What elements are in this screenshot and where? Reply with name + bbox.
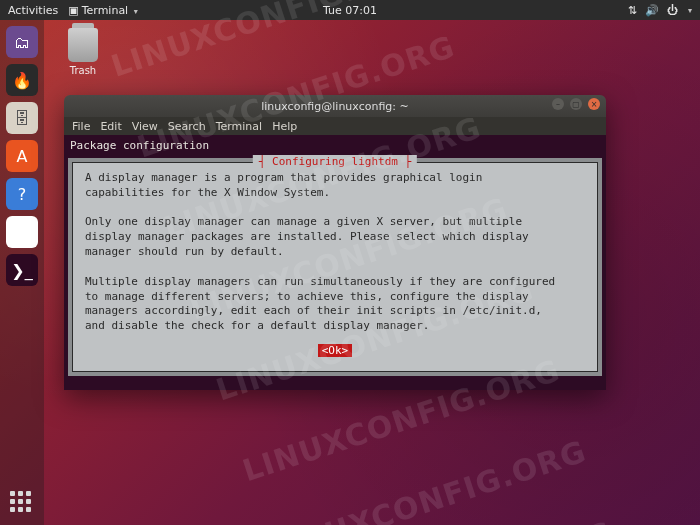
terminal-menubar: File Edit View Search Terminal Help	[64, 117, 606, 135]
terminal-window: linuxconfig@linuxconfig: ~ – ▢ × File Ed…	[64, 95, 606, 390]
network-icon[interactable]: ⇅	[628, 4, 637, 17]
dock-amazon-icon[interactable]: a	[6, 216, 38, 248]
dialog-shadow: ┤ Configuring lightdm ├ A display manage…	[68, 158, 602, 376]
menu-search[interactable]: Search	[168, 120, 206, 133]
app-menu-label: Terminal	[82, 4, 129, 17]
clock[interactable]: Tue 07:01	[323, 4, 377, 17]
system-menu-chevron-icon: ▾	[688, 6, 692, 15]
menu-edit[interactable]: Edit	[100, 120, 121, 133]
desktop-root: Activities ▣ Terminal ▾ Tue 07:01 ⇅ 🔊 ⏻ …	[0, 0, 700, 525]
top-bar: Activities ▣ Terminal ▾ Tue 07:01 ⇅ 🔊 ⏻ …	[0, 0, 700, 20]
window-maximize-button[interactable]: ▢	[570, 98, 582, 110]
ok-button[interactable]: <Ok>	[318, 344, 353, 357]
dock-archive-icon[interactable]: 🗄	[6, 102, 38, 134]
window-titlebar[interactable]: linuxconfig@linuxconfig: ~ – ▢ ×	[64, 95, 606, 117]
menu-view[interactable]: View	[132, 120, 158, 133]
dialog-caption: ┤ Configuring lightdm ├	[253, 155, 417, 170]
dialog-body-text: A display manager is a program that prov…	[85, 171, 585, 334]
volume-icon[interactable]: 🔊	[645, 4, 659, 17]
menu-help[interactable]: Help	[272, 120, 297, 133]
menu-terminal[interactable]: Terminal	[216, 120, 263, 133]
dock: 🗂 🔥 🗄 A ? a ❯_	[0, 20, 44, 525]
configuring-dialog: ┤ Configuring lightdm ├ A display manage…	[72, 162, 598, 372]
window-minimize-button[interactable]: –	[552, 98, 564, 110]
desktop-trash[interactable]: Trash	[58, 28, 108, 76]
trash-icon	[68, 28, 98, 62]
dock-help-icon[interactable]: ?	[6, 178, 38, 210]
power-icon[interactable]: ⏻	[667, 4, 678, 17]
activities-button[interactable]: Activities	[8, 4, 58, 17]
show-applications-button[interactable]	[10, 491, 34, 515]
dock-files-icon[interactable]: 🗂	[6, 26, 38, 58]
dock-software-icon[interactable]: A	[6, 140, 38, 172]
desktop-trash-label: Trash	[58, 65, 108, 76]
terminal-body: Package configuration ┤ Configuring ligh…	[64, 135, 606, 390]
dock-firefox-icon[interactable]: 🔥	[6, 64, 38, 96]
dock-terminal-icon[interactable]: ❯_	[6, 254, 38, 286]
window-close-button[interactable]: ×	[588, 98, 600, 110]
terminal-indicator-icon: ▣	[68, 4, 78, 14]
chevron-down-icon: ▾	[134, 7, 138, 16]
menu-file[interactable]: File	[72, 120, 90, 133]
app-menu[interactable]: ▣ Terminal ▾	[68, 4, 138, 17]
window-title: linuxconfig@linuxconfig: ~	[261, 100, 409, 113]
